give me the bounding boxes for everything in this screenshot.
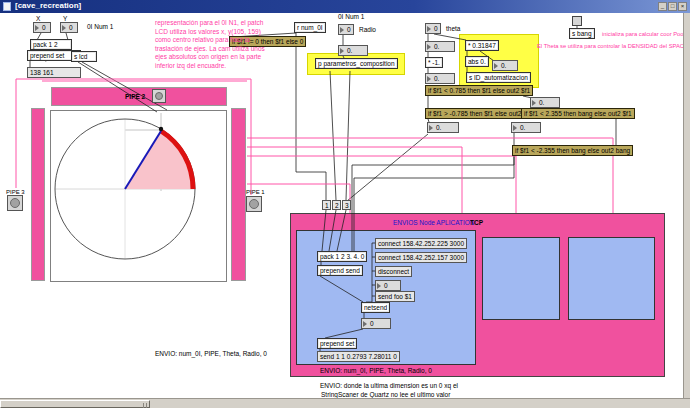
- envio-left-comment: ENVIO: num_0I, PIPE, Theta, Radio, 0: [155, 350, 267, 358]
- connect-a-message[interactable]: connect 158.42.252.225 3000: [375, 238, 467, 249]
- oi-num-label-left: 0I Num 1: [87, 23, 113, 31]
- if-lt-0785-box[interactable]: if $f1 < 0.785 then $f1 else out2 $f1: [425, 85, 533, 96]
- coords-message[interactable]: 138 161: [27, 67, 81, 78]
- net-port-number[interactable]: 0: [375, 280, 401, 291]
- pack-send-object[interactable]: pack 1 2 3. 4. 0: [317, 251, 367, 262]
- if-lt-neg2355-box[interactable]: if $f1 < -2.355 then bang else out2 bang: [512, 145, 633, 156]
- radio-label: Radio: [359, 26, 376, 34]
- if-gt-neg0785-box[interactable]: if $f1 > -0.785 then $f1 else out2 $f1: [425, 108, 535, 119]
- pipe3-bang-button[interactable]: [7, 195, 23, 211]
- radio-float-box[interactable]: 0.: [338, 45, 368, 56]
- prepend-set-object-bottom[interactable]: prepend set: [317, 338, 357, 349]
- lcd-drawing: [51, 111, 226, 281]
- oi-num-label-mid: 0I Num 1: [338, 13, 364, 21]
- envio-note-line1: ENVIO: donde la ultima dimension es un 0…: [320, 382, 458, 390]
- pipe3-label: PIPE 3: [6, 188, 25, 196]
- send-lcd-object[interactable]: s lcd: [71, 51, 97, 62]
- theta-number-box[interactable]: 0: [425, 23, 441, 34]
- if-lt-2355-box[interactable]: if $f1 < 2.355 then bang else out2 $f1: [521, 108, 635, 119]
- msg-2-box[interactable]: 2: [332, 200, 341, 210]
- branch-mid-number[interactable]: 0.: [530, 97, 560, 108]
- branch-a-number[interactable]: 0.: [427, 122, 459, 133]
- scrollbar-grip-icon: [146, 403, 147, 408]
- needle-tip-dot: [159, 127, 163, 131]
- branch-b-number[interactable]: 0.: [511, 122, 541, 133]
- theta-float-a[interactable]: 0.: [425, 41, 455, 52]
- tcp-box-1: [482, 237, 560, 320]
- netsend-object[interactable]: netsend: [361, 302, 390, 313]
- init-toggle[interactable]: [572, 16, 582, 26]
- prepend-send-object[interactable]: prepend send: [317, 265, 363, 276]
- send-bang-object[interactable]: s bang: [569, 28, 595, 39]
- pipe2-label: PIPE 2: [125, 93, 145, 101]
- disconnect-message[interactable]: disconnect: [375, 266, 412, 277]
- net-status-number[interactable]: 0: [361, 318, 391, 329]
- vertical-scrollbar[interactable]: [683, 13, 690, 398]
- title-bar[interactable]: [cave_recreation] _ □ ×: [0, 0, 690, 13]
- scrollbar-grip-icon: [143, 403, 144, 408]
- left-pipe-bar: [31, 108, 45, 281]
- envios-title: ENVIOS Node APLICATION: [393, 219, 475, 227]
- send-foo-message[interactable]: send foo $1: [375, 291, 415, 302]
- patcher-window: [cave_recreation] _ □ ×: [0, 0, 690, 408]
- mult-factor-object[interactable]: * 0.31847: [465, 40, 499, 51]
- right-pipe-bar: [231, 108, 246, 281]
- horizontal-scrollbar[interactable]: [0, 398, 690, 408]
- minimize-button[interactable]: _: [658, 2, 667, 11]
- pipe1-label: PIPE 1: [246, 188, 265, 196]
- mult-neg1-object[interactable]: * -1.: [425, 57, 443, 68]
- close-button[interactable]: ×: [678, 2, 687, 11]
- lcd-comment: representación para el 0I N1, el patch L…: [155, 19, 275, 70]
- pipe1-bang-button[interactable]: [246, 196, 262, 212]
- window-title: [cave_recreation]: [15, 1, 81, 10]
- receive-num-object[interactable]: r num_0I: [294, 22, 326, 33]
- theta-float-b[interactable]: 0.: [425, 73, 455, 84]
- envio-panel-label: ENVIO: num_0I, PIPE, Theta, Radio, 0: [320, 367, 432, 375]
- parametros-subpatch[interactable]: p parametros_composition: [315, 58, 398, 69]
- pack-xy-object[interactable]: pack 1 2: [30, 39, 72, 50]
- x-axis-label: X: [36, 15, 40, 23]
- send-values-message[interactable]: send 1 1 0.2793 7.28011 0: [317, 351, 400, 362]
- maximize-button[interactable]: □: [668, 2, 677, 11]
- y-number-box[interactable]: 0: [60, 22, 78, 33]
- connect-b-message[interactable]: connect 158.42.252.157 3000: [375, 252, 467, 263]
- tcp-label: TCP: [470, 219, 483, 227]
- theta-label: theta: [446, 25, 460, 33]
- x-number-box[interactable]: 0: [33, 22, 51, 33]
- lcd-canvas[interactable]: [50, 110, 227, 282]
- y-axis-label: Y: [63, 15, 67, 23]
- tcp-box-2: [568, 237, 655, 320]
- msg-3-box[interactable]: 3: [342, 200, 351, 210]
- app-icon: [3, 2, 11, 11]
- abs-object[interactable]: abs 0.: [465, 56, 489, 67]
- theta-wedge: [125, 131, 193, 189]
- radio-number-box[interactable]: 0: [338, 24, 354, 35]
- send-id-object[interactable]: s ID_automatizacion: [466, 72, 531, 83]
- msg-1-box[interactable]: 1: [322, 200, 331, 210]
- density-number-box[interactable]: 0.: [492, 60, 518, 71]
- theta-comment: El Theta se utiliza para controlar la DE…: [537, 42, 690, 50]
- init-comment: inicializa para calcular coor Pool: [602, 30, 685, 38]
- pipe2-bang-button[interactable]: [152, 89, 166, 103]
- horizontal-scrollbar-thumb[interactable]: [0, 400, 150, 408]
